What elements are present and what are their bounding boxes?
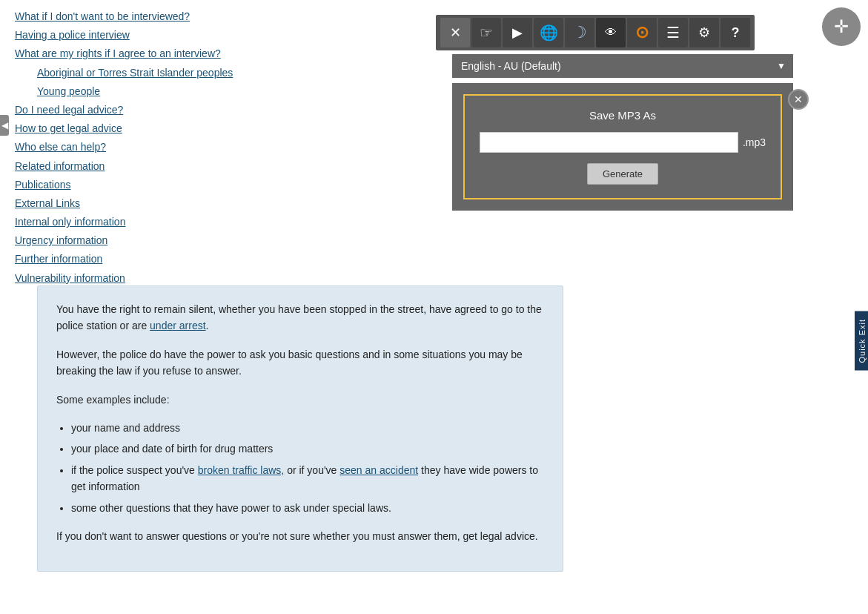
content-list: your name and address your place and dat… (71, 420, 544, 516)
quick-exit-button[interactable]: Quick Exit (855, 311, 868, 371)
toolbar-hand-button[interactable]: ☞ (471, 18, 501, 47)
nav-link[interactable]: Publications (15, 176, 415, 194)
list-item: your name and address (71, 420, 544, 436)
content-paragraph-1: You have the right to remain silent, whe… (56, 301, 544, 334)
nav-link[interactable]: Internal only information (15, 213, 415, 231)
move-icon[interactable]: ✛ (822, 7, 861, 46)
nav-link[interactable]: Do I need legal advice? (15, 101, 415, 119)
nav-link[interactable]: Having a police interview (15, 26, 415, 44)
save-mp3-input-row: .mp3 (480, 132, 766, 153)
toolbar-crescent-button[interactable]: ☽ (565, 18, 594, 47)
content-paragraph-2: However, the police do have the power to… (56, 346, 544, 380)
toolbar-list-button[interactable]: ☰ (658, 18, 688, 47)
nav-link[interactable]: Aboriginal or Torres Strait Islander peo… (15, 64, 415, 82)
nav-link[interactable]: External Links (15, 194, 415, 213)
save-mp3-panel: Save MP3 As .mp3 Generate (452, 83, 793, 211)
content-text-1: You have the right to remain silent, whe… (56, 303, 542, 331)
nav-link[interactable]: Urgency information (15, 231, 415, 250)
toolbar-eye-button[interactable]: 👁 (596, 18, 626, 47)
toolbar-gear-button[interactable]: ⚙ (689, 18, 719, 47)
broken-traffic-laws-link[interactable]: broken traffic laws, (198, 464, 284, 476)
toolbar: ✕ ☞ ▶ 🌐 ☽ 👁 ⊙ ☰ ⚙ ? (436, 15, 755, 50)
toolbar-person-button[interactable]: ⊙ (627, 18, 657, 47)
list-item: some other questions that they have powe… (71, 500, 544, 516)
save-mp3-inner-box: Save MP3 As .mp3 Generate (463, 94, 782, 199)
side-arrow[interactable]: ◀ (0, 115, 9, 136)
nav-link[interactable]: What if I don't want to be interviewed? (15, 7, 415, 26)
save-mp3-filename-input[interactable] (480, 132, 738, 153)
content-paragraph-3: Some examples include: (56, 392, 544, 408)
nav-link[interactable]: Related information (15, 157, 415, 176)
language-dropdown-container: English - AU (Default) French Spanish Ar… (452, 54, 793, 78)
language-select[interactable]: English - AU (Default) French Spanish Ar… (452, 54, 793, 78)
save-mp3-close-button[interactable]: ✕ (788, 89, 809, 110)
content-paragraph-4: If you don't want to answer questions or… (56, 528, 544, 544)
save-mp3-generate-button[interactable]: Generate (587, 163, 658, 185)
nav-link[interactable]: Further information (15, 250, 415, 268)
nav-link[interactable]: Who else can help? (15, 138, 415, 156)
save-mp3-title: Save MP3 As (480, 109, 766, 122)
under-arrest-link[interactable]: under arrest (150, 320, 205, 331)
nav-link[interactable]: How to get legal advice (15, 119, 415, 138)
list-item: your place and date of birth for drug ma… (71, 440, 544, 457)
toolbar-play-button[interactable]: ▶ (503, 18, 532, 47)
content-text-1-end: . (206, 320, 209, 331)
toolbar-globe-button[interactable]: 🌐 (534, 18, 563, 47)
seen-an-accident-link[interactable]: seen an accident (339, 464, 418, 476)
save-mp3-extension: .mp3 (743, 136, 766, 148)
toolbar-help-button[interactable]: ? (720, 18, 750, 47)
toolbar-close-button[interactable]: ✕ (440, 18, 470, 47)
nav-link[interactable]: Young people (15, 82, 415, 101)
list-item: if the police suspect you've broken traf… (71, 462, 544, 495)
nav-link[interactable]: What are my rights if I agree to an inte… (15, 44, 415, 63)
left-navigation: What if I don't want to be interviewed?H… (0, 0, 430, 295)
main-content-box: You have the right to remain silent, whe… (37, 285, 563, 572)
